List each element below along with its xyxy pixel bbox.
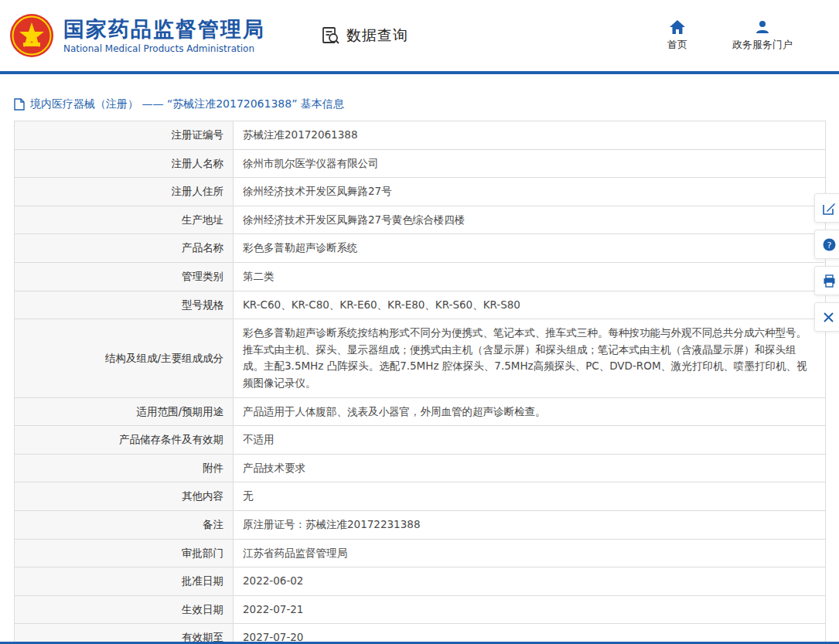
field-value: 彩色多普勒超声诊断系统 [234, 234, 826, 263]
nav-service-portal-label: 政务服务门户 [732, 38, 793, 52]
nav-service-portal[interactable]: 政务服务门户 [732, 20, 793, 52]
floating-tools-panel: 数 ? 常 打 关 [814, 193, 839, 339]
table-row: 结构及组成/主要组成成分 彩色多普勒超声诊断系统按结构形式不同分为便携式、笔记本… [15, 319, 826, 397]
breadcrumb: 境内医疗器械（注册） —— “苏械注准20172061388” 基本信息 [14, 97, 839, 111]
breadcrumb-text: 境内医疗器械（注册） —— “苏械注准20172061388” 基本信息 [30, 97, 344, 111]
logo-group: 国家药品监督管理局 National Medical Products Admi… [9, 13, 265, 58]
data-query-label: 数据查询 [346, 26, 408, 46]
field-label: 审批部门 [15, 539, 234, 567]
tool-print[interactable]: 打 [814, 266, 839, 295]
table-row: 其他内容 无 [15, 482, 826, 511]
document-icon [14, 98, 25, 111]
table-row: 管理类别 第二类 [15, 262, 826, 291]
home-icon [670, 20, 685, 34]
tool-close[interactable]: 关 [814, 302, 839, 332]
table-row: 注册证编号 苏械注准20172061388 [15, 121, 826, 150]
field-value: KR-C60、KR-C80、KR-E60、KR-E80、KR-S60、KR-S8… [234, 291, 826, 319]
field-value: 徐州经济技术开发区凤舞路27号 [234, 178, 826, 206]
field-label: 其他内容 [15, 482, 234, 511]
table-row: 生产地址 徐州经济技术开发区凤舞路27号黄色综合楼四楼 [15, 206, 826, 234]
nav-home[interactable]: 首页 [667, 20, 687, 52]
national-emblem-icon [9, 13, 54, 58]
field-label: 注册人住所 [15, 178, 234, 206]
table-row: 审批部门 江苏省药品监督管理局 [15, 539, 826, 567]
field-value: 江苏省药品监督管理局 [234, 539, 826, 567]
person-icon [755, 20, 769, 34]
tool-faq[interactable]: ? 常 [814, 230, 839, 259]
printer-icon [823, 274, 836, 288]
field-label: 生产地址 [15, 206, 234, 234]
table-row: 批准日期 2022-06-02 [15, 567, 826, 596]
header-nav: 首页 政务服务门户 [667, 20, 830, 52]
org-name-cn: 国家药品监督管理局 [63, 17, 265, 41]
table-row: 生效日期 2022-07-21 [15, 595, 826, 624]
data-query-section[interactable]: 数据查询 [321, 26, 408, 46]
table-row: 产品名称 彩色多普勒超声诊断系统 [15, 234, 826, 263]
field-label: 适用范围/预期用途 [15, 397, 234, 426]
tool-correction[interactable]: 数 [814, 193, 839, 223]
field-label: 产品名称 [15, 234, 234, 263]
field-value: 徐州经济技术开发区凤舞路27号黄色综合楼四楼 [234, 206, 826, 234]
table-row: 产品储存条件及有效期 不适用 [15, 426, 826, 455]
table-row: 注册人名称 徐州市凯尔医学仪器有限公司 [15, 149, 826, 178]
field-label: 生效日期 [15, 595, 234, 624]
org-names: 国家药品监督管理局 National Medical Products Admi… [63, 17, 265, 53]
field-label: 产品储存条件及有效期 [15, 426, 234, 455]
nav-home-label: 首页 [667, 38, 687, 52]
field-label: 结构及组成/主要组成成分 [15, 319, 234, 397]
field-value: 第二类 [234, 262, 826, 291]
info-table-body: 注册证编号 苏械注准20172061388 注册人名称 徐州市凯尔医学仪器有限公… [15, 121, 826, 644]
data-query-icon [321, 26, 341, 46]
field-label: 型号规格 [15, 291, 234, 319]
field-value: 产品适用于人体腹部、浅表及小器官，外周血管的超声诊断检查。 [234, 397, 826, 426]
field-label: 注册人名称 [15, 149, 234, 178]
page-header: 国家药品监督管理局 National Medical Products Admi… [0, 0, 839, 74]
table-row: 型号规格 KR-C60、KR-C80、KR-E60、KR-E80、KR-S60、… [15, 291, 826, 319]
org-name-en: National Medical Products Administration [63, 43, 265, 54]
field-value: 产品技术要求 [234, 454, 826, 482]
field-value: 2022-07-21 [234, 595, 826, 624]
field-value: 原注册证号：苏械注准20172231388 [234, 510, 826, 539]
table-row: 附件 产品技术要求 [15, 454, 826, 482]
field-value: 无 [234, 482, 826, 511]
svg-text:?: ? [827, 240, 832, 250]
table-row: 注册人住所 徐州经济技术开发区凤舞路27号 [15, 178, 826, 206]
field-label: 管理类别 [15, 262, 234, 291]
field-value: 2022-06-02 [234, 567, 826, 596]
field-label: 注册证编号 [15, 121, 234, 150]
field-value: 徐州市凯尔医学仪器有限公司 [234, 149, 826, 178]
table-row: 备注 原注册证号：苏械注准20172231388 [15, 510, 826, 539]
field-value: 苏械注准20172061388 [234, 121, 826, 150]
edit-icon [823, 202, 836, 215]
field-label: 批准日期 [15, 567, 234, 596]
field-value: 不适用 [234, 426, 826, 455]
registration-info-table: 注册证编号 苏械注准20172061388 注册人名称 徐州市凯尔医学仪器有限公… [14, 121, 826, 644]
table-row: 适用范围/预期用途 产品适用于人体腹部、浅表及小器官，外周血管的超声诊断检查。 [15, 397, 826, 426]
field-label: 附件 [15, 454, 234, 482]
field-value: 彩色多普勒超声诊断系统按结构形式不同分为便携式、笔记本式、推车式三种。每种按功能… [234, 319, 826, 397]
close-icon [823, 312, 834, 323]
field-label: 备注 [15, 510, 234, 539]
question-icon: ? [823, 238, 836, 251]
